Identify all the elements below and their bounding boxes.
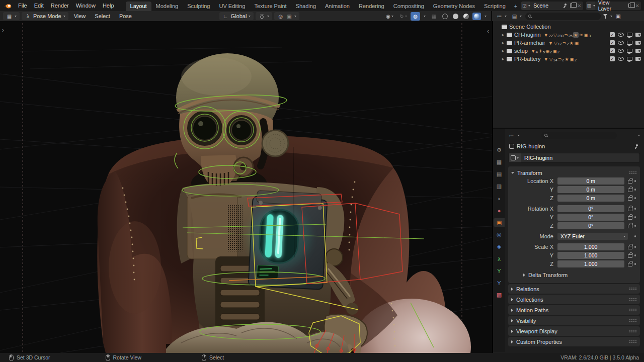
- filter-dropdown[interactable]: [610, 16, 612, 17]
- lock-icon[interactable]: [628, 208, 632, 211]
- tab-compositing[interactable]: Compositing: [389, 2, 429, 11]
- tab-rendering[interactable]: Rendering: [354, 2, 389, 11]
- panel-relations[interactable]: Relations: [508, 284, 640, 294]
- tab-physics[interactable]: ◎: [494, 230, 505, 239]
- tab-output[interactable]: ▤: [494, 170, 505, 178]
- new-view-layer-icon[interactable]: [628, 4, 632, 8]
- outliner-row-pr-battery[interactable]: ▸ PR-battery ▼ ▽14 ⊃2 ★ ▣2 ✓: [495, 55, 643, 63]
- tab-render[interactable]: ▦: [494, 158, 505, 166]
- panel-viewport-display[interactable]: Viewport Display: [508, 326, 640, 336]
- checkbox-icon[interactable]: ✓: [610, 56, 615, 61]
- lock-icon[interactable]: [628, 189, 632, 192]
- outliner-item-name[interactable]: CH-huginn: [514, 32, 541, 38]
- panel-grip-icon[interactable]: [629, 340, 637, 343]
- rotation-y-field[interactable]: 0°: [557, 214, 624, 221]
- tab-scene[interactable]: ◗: [494, 194, 505, 203]
- pin-icon[interactable]: [562, 3, 568, 8]
- properties-options-dropdown[interactable]: [638, 135, 640, 136]
- animate-dot[interactable]: [634, 263, 636, 265]
- outliner-row-setup[interactable]: ▸ setup ▼4 ☀5 ◉2 ▣2 ✓: [495, 47, 643, 55]
- lock-icon[interactable]: [628, 254, 632, 258]
- gizmos-dropdown[interactable]: ↻: [397, 12, 409, 21]
- mode-selector[interactable]: λ Pose Mode: [22, 12, 68, 20]
- overlays-dropdown[interactable]: [422, 15, 427, 18]
- viewport-canvas[interactable]: [0, 21, 492, 353]
- animate-dot[interactable]: [634, 246, 636, 248]
- panel-collections[interactable]: Collections: [508, 295, 640, 304]
- disable-viewport-icon[interactable]: [627, 33, 632, 37]
- shading-rendered-button[interactable]: [472, 13, 481, 20]
- scene-selector[interactable]: ◲ Scene ✕: [521, 2, 583, 10]
- breadcrumb-object-name[interactable]: RIG-huginn: [517, 143, 545, 149]
- outliner-editor-button[interactable]: ≔: [495, 12, 508, 20]
- snap-button[interactable]: Ω: [256, 12, 272, 20]
- view-layer-name[interactable]: View Layer: [595, 0, 627, 12]
- tab-world[interactable]: ●: [494, 206, 505, 215]
- animate-dot[interactable]: [634, 254, 636, 256]
- hide-eye-icon[interactable]: [618, 33, 624, 37]
- tab-tool[interactable]: ⚙: [494, 146, 505, 154]
- show-gizmo-button[interactable]: ◉: [383, 12, 395, 21]
- tab-animation[interactable]: Animation: [320, 2, 354, 11]
- xray-toggle[interactable]: ▦: [429, 12, 439, 21]
- disable-render-icon[interactable]: [635, 33, 641, 37]
- tab-view-layer[interactable]: ▥: [494, 182, 505, 191]
- tab-layout[interactable]: Layout: [126, 2, 151, 11]
- panel-visibility[interactable]: Visibility: [508, 316, 640, 325]
- transform-panel-header[interactable]: Transform: [511, 168, 637, 177]
- new-scene-icon[interactable]: [570, 4, 574, 8]
- panel-grip-icon[interactable]: [629, 308, 637, 312]
- sidebar-expand-arrow[interactable]: ‹: [487, 28, 489, 34]
- hide-eye-icon[interactable]: [618, 41, 624, 45]
- disable-render-icon[interactable]: [635, 49, 641, 53]
- outliner-row-ch-huginn[interactable]: ▸ CH-huginn ▼22 ▽230 ⊃25 ★ ≋ ▣3 ✓: [495, 31, 643, 39]
- lock-icon[interactable]: [628, 225, 632, 228]
- tab-constraints[interactable]: ◈: [494, 242, 505, 251]
- properties-search-input[interactable]: [541, 132, 617, 139]
- add-workspace-button[interactable]: +: [510, 2, 521, 11]
- blender-logo-icon[interactable]: [4, 3, 12, 9]
- toolbar-expand-arrow[interactable]: ›: [2, 27, 4, 33]
- animate-dot[interactable]: [634, 180, 636, 182]
- shading-solid-button[interactable]: [451, 13, 460, 20]
- object-name-field[interactable]: RIG-huginn: [508, 153, 640, 163]
- expand-arrow-icon[interactable]: ▸: [500, 40, 506, 45]
- disable-viewport-icon[interactable]: [627, 41, 632, 45]
- animate-dot[interactable]: [634, 197, 636, 199]
- animate-dot[interactable]: [634, 208, 636, 210]
- tab-object-data[interactable]: λ: [494, 254, 505, 263]
- checkbox-icon[interactable]: ✓: [610, 32, 615, 37]
- shading-wireframe-button[interactable]: [441, 13, 449, 20]
- shading-dropdown[interactable]: [483, 15, 488, 18]
- checkbox-icon[interactable]: ✓: [610, 40, 615, 45]
- panel-grip-icon[interactable]: [629, 287, 637, 291]
- outliner-item-name[interactable]: PR-armchair: [514, 40, 545, 46]
- tab-bone-constraints[interactable]: Y: [494, 279, 505, 287]
- tab-texture[interactable]: ▩: [494, 291, 505, 299]
- viewport-3d[interactable]: › ‹: [0, 21, 492, 353]
- lock-icon[interactable]: [628, 246, 632, 249]
- tab-shading[interactable]: Shading: [291, 2, 320, 11]
- scene-name[interactable]: Scene: [530, 3, 561, 9]
- animate-dot[interactable]: [634, 189, 636, 191]
- tab-uv-editing[interactable]: UV Editing: [214, 2, 250, 11]
- animate-dot[interactable]: [634, 216, 636, 218]
- animate-dot[interactable]: [634, 225, 636, 227]
- tab-texture-paint[interactable]: Texture Paint: [250, 2, 291, 11]
- menu-pose[interactable]: Pose: [116, 13, 135, 19]
- scale-y-field[interactable]: 1.000: [557, 252, 624, 259]
- menu-view[interactable]: View: [70, 13, 90, 19]
- editor-dropdown[interactable]: [518, 135, 520, 136]
- disable-viewport-icon[interactable]: [627, 57, 632, 61]
- new-collection-button[interactable]: ▣: [615, 13, 621, 20]
- transform-orientation-button[interactable]: ∟ Global: [219, 12, 254, 20]
- lock-icon[interactable]: [628, 197, 632, 201]
- panel-grip-icon[interactable]: [629, 319, 637, 322]
- outliner-root-row[interactable]: ▸ Scene Collection: [495, 23, 643, 31]
- expand-arrow-icon[interactable]: ▸: [500, 32, 506, 37]
- hide-eye-icon[interactable]: [618, 49, 624, 53]
- tab-modeling[interactable]: Modeling: [151, 2, 183, 11]
- panel-grip-icon[interactable]: [629, 329, 637, 333]
- disable-render-icon[interactable]: [635, 41, 641, 45]
- menu-window[interactable]: Window: [72, 0, 99, 11]
